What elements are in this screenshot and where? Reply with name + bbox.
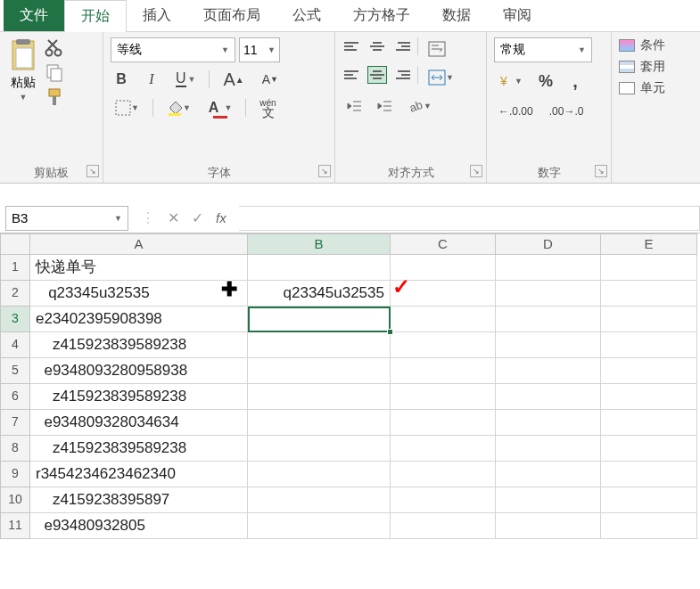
cell-B11[interactable] bbox=[248, 513, 391, 539]
number-launcher-icon[interactable]: ↘ bbox=[595, 165, 607, 177]
underline-button[interactable]: U▼ bbox=[171, 68, 200, 91]
wrap-text-button[interactable] bbox=[424, 37, 450, 61]
align-left-button[interactable] bbox=[342, 66, 362, 84]
formula-input[interactable] bbox=[239, 206, 700, 231]
cell-D2[interactable] bbox=[496, 281, 601, 307]
cell-A4[interactable]: z415923839589238 bbox=[30, 332, 248, 358]
align-center-button[interactable] bbox=[367, 66, 387, 84]
name-box[interactable]: B3 ▼ bbox=[5, 206, 128, 231]
cell-D8[interactable] bbox=[496, 436, 601, 462]
number-format-select[interactable]: 常规 ▼ bbox=[494, 37, 592, 62]
fill-handle[interactable] bbox=[387, 329, 393, 335]
cell-A1[interactable]: 快递单号 bbox=[30, 255, 248, 281]
cell-B4[interactable] bbox=[248, 332, 391, 358]
orientation-button[interactable]: ab▼ bbox=[403, 94, 436, 118]
cell-E8[interactable] bbox=[601, 436, 697, 462]
row-header[interactable]: 8 bbox=[0, 436, 30, 462]
cell-D9[interactable] bbox=[496, 462, 601, 487]
cell-E4[interactable] bbox=[601, 332, 697, 358]
font-color-button[interactable]: A▼ bbox=[204, 96, 236, 119]
align-right-button[interactable] bbox=[392, 66, 412, 84]
cell-A11[interactable]: e93480932805 bbox=[30, 513, 248, 539]
cell-D4[interactable] bbox=[496, 332, 601, 358]
cell-D11[interactable] bbox=[496, 513, 601, 539]
tab-ffgz[interactable]: 方方格子 bbox=[337, 0, 426, 31]
cell-D10[interactable] bbox=[496, 487, 601, 513]
cell-B7[interactable] bbox=[248, 410, 391, 436]
cell-E7[interactable] bbox=[601, 410, 697, 436]
tab-file[interactable]: 文件 bbox=[4, 0, 64, 31]
shrink-font-button[interactable]: A▼ bbox=[258, 68, 283, 91]
percent-button[interactable]: % bbox=[534, 70, 557, 93]
cell-B2[interactable]: q23345u32535 bbox=[248, 281, 391, 307]
cell-D3[interactable] bbox=[496, 307, 601, 332]
grow-font-button[interactable]: A▲ bbox=[218, 68, 248, 91]
fill-color-button[interactable]: ▼ bbox=[162, 96, 195, 119]
tab-data[interactable]: 数据 bbox=[426, 0, 487, 31]
tab-insert[interactable]: 插入 bbox=[127, 0, 187, 31]
col-header-E[interactable]: E bbox=[601, 233, 697, 255]
italic-button[interactable]: I bbox=[141, 68, 162, 91]
row-header[interactable]: 4 bbox=[0, 332, 30, 358]
select-all-corner[interactable] bbox=[0, 233, 30, 255]
align-bottom-button[interactable] bbox=[392, 37, 412, 55]
paste-button[interactable]: 粘贴 ▼ bbox=[7, 37, 39, 107]
format-table-button[interactable]: 套用 bbox=[619, 59, 685, 75]
cell-B10[interactable] bbox=[248, 487, 391, 513]
cell-B8[interactable] bbox=[248, 436, 391, 462]
row-header[interactable]: 9 bbox=[0, 462, 30, 487]
copy-icon[interactable] bbox=[45, 62, 64, 82]
row-header[interactable]: 1 bbox=[0, 255, 30, 281]
col-header-C[interactable]: C bbox=[391, 233, 496, 255]
row-header[interactable]: 3 bbox=[0, 307, 30, 332]
cell-A7[interactable]: e934809328034634 bbox=[30, 410, 248, 436]
cell-A2[interactable]: q23345u32535 bbox=[30, 281, 248, 307]
row-header[interactable]: 5 bbox=[0, 358, 30, 384]
cell-A9[interactable]: r3454234623462340 bbox=[30, 462, 248, 487]
conditional-formatting-button[interactable]: 条件 bbox=[619, 37, 685, 53]
cell-D7[interactable] bbox=[496, 410, 601, 436]
comma-button[interactable]: , bbox=[564, 70, 586, 93]
cell-B5[interactable] bbox=[248, 358, 391, 384]
font-launcher-icon[interactable]: ↘ bbox=[318, 165, 331, 177]
cell-A10[interactable]: z4159238395897 bbox=[30, 487, 248, 513]
row-header[interactable]: 7 bbox=[0, 410, 30, 436]
cell-E9[interactable] bbox=[601, 462, 697, 487]
cell-A6[interactable]: z415923839589238 bbox=[30, 384, 248, 410]
cell-E2[interactable] bbox=[601, 281, 697, 307]
row-header[interactable]: 2 bbox=[0, 281, 30, 307]
cell-A8[interactable]: z415923839589238 bbox=[30, 436, 248, 462]
border-button[interactable]: ▼ bbox=[111, 96, 144, 119]
align-middle-button[interactable] bbox=[367, 37, 387, 55]
col-header-B[interactable]: B bbox=[248, 233, 391, 255]
cell-E5[interactable] bbox=[601, 358, 697, 384]
fx-button[interactable]: fx bbox=[216, 210, 226, 225]
tab-pagelayout[interactable]: 页面布局 bbox=[187, 0, 276, 31]
cell-E6[interactable] bbox=[601, 384, 697, 410]
cell-E10[interactable] bbox=[601, 487, 697, 513]
font-name-select[interactable]: 等线 ▼ bbox=[111, 37, 235, 62]
row-header[interactable]: 11 bbox=[0, 513, 30, 539]
align-top-button[interactable] bbox=[342, 37, 362, 55]
cell-C7[interactable] bbox=[391, 410, 496, 436]
cell-E1[interactable] bbox=[601, 255, 697, 281]
decrease-indent-button[interactable] bbox=[342, 94, 367, 118]
alignment-launcher-icon[interactable]: ↘ bbox=[470, 165, 482, 177]
row-header[interactable]: 10 bbox=[0, 487, 30, 513]
cell-E3[interactable] bbox=[601, 307, 697, 332]
format-painter-icon[interactable] bbox=[45, 87, 64, 107]
cell-B1[interactable] bbox=[248, 255, 391, 281]
cell-C6[interactable] bbox=[391, 384, 496, 410]
paste-dropdown-icon[interactable]: ▼ bbox=[20, 93, 28, 102]
decrease-decimal-button[interactable]: .00→.0 bbox=[545, 100, 589, 123]
cell-C3[interactable] bbox=[391, 307, 496, 332]
cell-B3[interactable] bbox=[248, 307, 391, 332]
cell-D1[interactable] bbox=[496, 255, 601, 281]
tab-review[interactable]: 审阅 bbox=[487, 0, 548, 31]
cell-C11[interactable] bbox=[391, 513, 496, 539]
clipboard-launcher-icon[interactable]: ↘ bbox=[86, 165, 99, 177]
cell-C8[interactable] bbox=[391, 436, 496, 462]
cell-E11[interactable] bbox=[601, 513, 697, 539]
col-header-D[interactable]: D bbox=[496, 233, 601, 255]
cell-C9[interactable] bbox=[391, 462, 496, 487]
